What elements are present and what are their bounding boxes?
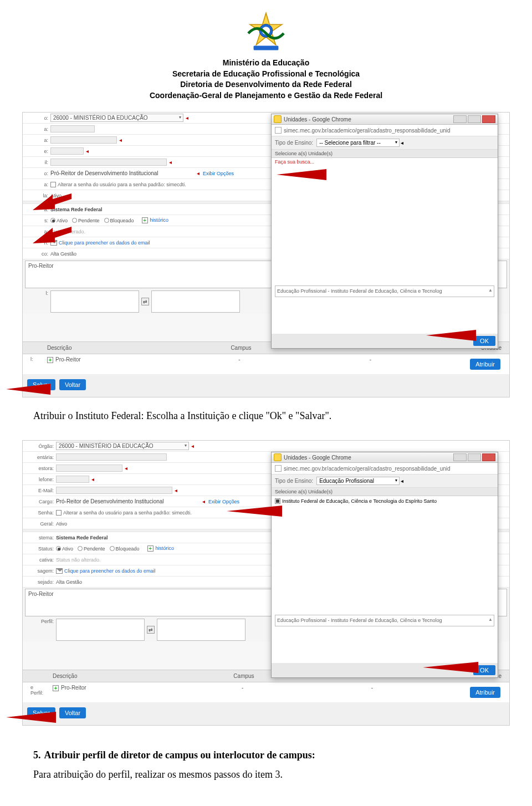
transfer-icon-2[interactable]: ⇄	[147, 626, 155, 634]
popup-url-text-2: simec.mec.gov.br/academico/geral/cadastr…	[284, 466, 451, 472]
field-e[interactable]	[50, 147, 84, 155]
field-il[interactable]	[50, 159, 167, 166]
req-cargo2: ◂	[202, 498, 205, 504]
radio-ativo-label: Ativo	[57, 218, 68, 223]
label-geral: Geral:	[25, 521, 56, 527]
field-estora[interactable]	[56, 465, 122, 472]
popup-body-2	[272, 506, 498, 611]
tipo-ensino-select-2[interactable]: Educação Profissional	[316, 477, 400, 485]
stema-value-2: Sistema Rede Federal	[56, 535, 108, 540]
close-icon[interactable]	[482, 115, 495, 123]
clique-email-2[interactable]: Clique para preencher os dados do email	[64, 568, 156, 574]
arrow-icon	[6, 384, 50, 395]
brazil-crest-icon	[244, 11, 288, 52]
exibir-opcoes-link-2[interactable]: Exibir Opções	[208, 499, 239, 504]
label-a2: a:	[25, 137, 50, 143]
tipo-ensino-select[interactable]: -- Selecione para filtrar --	[316, 139, 400, 147]
header-line-2: Secretaria de Educação Profissional e Te…	[33, 69, 499, 80]
label-sagem: sagem:	[25, 568, 56, 574]
label-a: a:	[25, 126, 50, 132]
voltar-button[interactable]: Voltar	[59, 379, 86, 390]
scroll-up-icon-2[interactable]: ▲	[488, 616, 493, 623]
scroll-up-icon[interactable]: ▲	[488, 287, 493, 293]
orgao-select[interactable]: 26000 - MINISTÉRIO DA EDUCAÇÃO	[50, 114, 183, 122]
transfer-icon[interactable]: ⇄	[141, 298, 149, 305]
radio-ativo-label-2: Ativo	[62, 546, 73, 552]
label-il: il:	[25, 160, 50, 165]
radio-pendente[interactable]: Pendente	[72, 218, 100, 223]
ok-button[interactable]: OK	[473, 336, 495, 346]
arrow-icon	[33, 223, 71, 246]
field-email[interactable]	[56, 487, 172, 494]
chrome-favicon-icon	[274, 115, 282, 123]
col-descricao: Descrição	[43, 344, 175, 352]
field-a2[interactable]	[50, 136, 117, 144]
atribuir-button[interactable]: Atribuir	[470, 359, 500, 370]
atribuir-button-2[interactable]: Atribuir	[470, 687, 500, 698]
radio-bloqueado-label: Bloqueado	[110, 218, 134, 223]
close-icon-2[interactable]	[482, 453, 495, 461]
maximize-icon[interactable]	[468, 115, 481, 123]
label-email: E-Mail:	[25, 488, 56, 493]
table-row: l: +Pro-Reitor - - Atribuir	[23, 354, 509, 375]
svg-marker-7	[426, 330, 476, 341]
radio-bloqueado[interactable]: Bloqueado	[104, 218, 134, 223]
popup-title-2: Unidades - Google Chrome	[284, 455, 453, 461]
req-tipo-2: ◂	[401, 478, 403, 484]
row-label-l: l:	[26, 355, 43, 373]
radio-bloqueado-2[interactable]: Bloqueado	[110, 546, 140, 552]
perfil-listbox-left[interactable]	[50, 290, 139, 313]
historico-link[interactable]: histórico	[150, 217, 169, 223]
expand-icon-2[interactable]: +	[53, 685, 59, 691]
required-mark: ◂	[186, 115, 188, 121]
label-o2: o:	[25, 171, 50, 176]
row-proreitor-2: Pro-Reitor	[61, 685, 86, 691]
label-o: o:	[25, 115, 50, 121]
orgao-select-2[interactable]: 26000 - MINISTÉRIO DA EDUCAÇÃO	[56, 442, 189, 450]
popup-result-text: Educação Profissional - Instituto Federa…	[277, 288, 442, 294]
req-estora: ◂	[125, 465, 127, 471]
popup-url-bar: simec.mec.gov.br/academico/geral/cadastr…	[272, 125, 498, 136]
arrow-icon	[33, 190, 71, 212]
label-cargo: Cargo:	[25, 499, 56, 504]
svg-marker-9	[227, 506, 282, 517]
selecione-unidades-hdr-2: Selecione a(s) Unidade(s)	[272, 488, 498, 496]
email-icon-2	[56, 568, 63, 574]
label-estora: estora:	[25, 466, 56, 471]
unidade-check-row[interactable]: Instituto Federal de Educação, Ciência e…	[272, 496, 498, 506]
field-entaria[interactable]	[56, 453, 167, 461]
perfil-listbox-left-2[interactable]	[56, 619, 145, 641]
exibir-opcoes-link[interactable]: Exibir Opções	[203, 171, 234, 176]
field-lefone[interactable]	[56, 476, 89, 483]
radio-ativo-2[interactable]: Ativo	[56, 546, 73, 552]
svg-marker-8	[6, 384, 50, 395]
maximize-icon-2[interactable]	[468, 453, 481, 461]
minimize-icon[interactable]	[453, 115, 467, 123]
popup-title: Unidades - Google Chrome	[284, 116, 453, 123]
popup-body	[272, 166, 498, 282]
historico-link-2[interactable]: histórico	[156, 545, 175, 551]
faca-busca-text[interactable]: Faça sua busca...	[272, 158, 498, 166]
alta-gestao: Alta Gestão	[50, 251, 76, 257]
expand-icon[interactable]: +	[47, 357, 53, 363]
popup-result-2: Educação Profissional - Instituto Federa…	[275, 615, 494, 626]
label-sejado: sejado:	[25, 579, 56, 585]
status-info-2: Status não alterado.	[56, 557, 101, 563]
clique-email[interactable]: Clique para preencher os dados do email	[59, 240, 150, 246]
document-header: Ministério da Educação Secretaria de Edu…	[0, 0, 532, 106]
unidades-popup-2: Unidades - Google Chrome simec.mec.gov.b…	[271, 452, 498, 678]
popup-titlebar: Unidades - Google Chrome	[272, 114, 498, 125]
radio-ativo[interactable]: Ativo	[50, 218, 68, 223]
alterar-senha-checkbox[interactable]	[50, 182, 56, 187]
selecione-unidades-hdr: Selecione a(s) Unidade(s)	[272, 150, 498, 158]
svg-marker-6	[277, 169, 326, 180]
alterar-senha-checkbox-2[interactable]	[56, 510, 62, 516]
perfil-listbox-right[interactable]	[151, 290, 240, 313]
radio-pendente-2[interactable]: Pendente	[78, 546, 105, 552]
perfil-listbox-right-2[interactable]	[157, 619, 245, 641]
label-s: s:	[25, 218, 50, 223]
unidade-checkbox[interactable]	[275, 498, 280, 504]
field-a[interactable]	[50, 125, 95, 132]
voltar-button-2[interactable]: Voltar	[59, 707, 86, 718]
minimize-icon-2[interactable]	[453, 453, 467, 461]
